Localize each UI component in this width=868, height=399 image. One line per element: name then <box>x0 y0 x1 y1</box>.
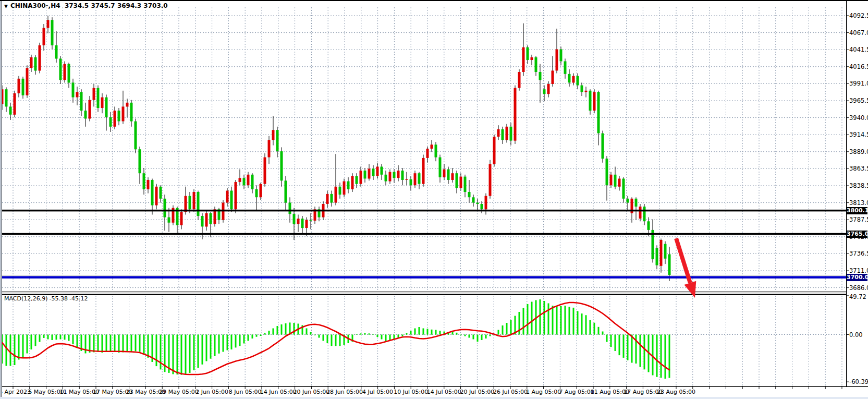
price-axis-label: 4067.0 <box>849 29 868 37</box>
time-axis-label: 14 Jun 05:00 <box>260 389 297 395</box>
time-axis-label: 26 Jul 05:00 <box>493 389 528 395</box>
macd-axis-label: 0.00 <box>849 331 863 338</box>
macd-signal-value: -45.12 <box>69 295 88 302</box>
horizontal-line-3700.0[interactable] <box>2 276 846 279</box>
time-axis-label: 20 Jul 05:00 <box>460 389 494 395</box>
window-bottom-edge <box>0 397 868 399</box>
time-axis-label: 8 Jun 05:00 <box>229 389 262 395</box>
symbol-period-label: CHINA300-,H4 <box>10 2 60 9</box>
price-axis-label: 3838.5 <box>849 182 868 189</box>
price-axis-label: 3991.0 <box>849 80 868 87</box>
horizontal-line-3800.1[interactable] <box>2 210 846 212</box>
price-axis-label: 3736.5 <box>849 250 868 257</box>
candlestick-series <box>1 16 671 281</box>
time-axis-label: 20 Jun 05:00 <box>293 389 329 395</box>
macd-indicator-label: MACD(12,26,9)-55.38-45.12 <box>4 295 89 302</box>
price-axis-label: 3686.0 <box>849 284 868 292</box>
time-axis-label: 5 May 05:00 <box>28 389 64 395</box>
vertical-gridlines <box>13 7 842 385</box>
time-axis-label: 23 Aug 05:00 <box>657 389 695 395</box>
price-line-badge-3700.0: 3700.0 <box>847 274 867 281</box>
macd-axis-label: -60.39 <box>849 378 868 385</box>
time-axis-label: 29 May 05:00 <box>159 389 198 395</box>
time-axis-label: 4 Jul 05:00 <box>362 389 393 395</box>
time-axis-label: 2 Jun 05:00 <box>195 389 228 395</box>
chart-canvas[interactable] <box>0 0 868 399</box>
price-axis-label: 3863.5 <box>849 165 868 172</box>
price-axis-label: 4016.5 <box>849 63 868 70</box>
time-axis-label: 1 Aug 05:00 <box>526 389 561 395</box>
price-axis-label: 3813.0 <box>849 199 868 207</box>
price-axis-label: 4041.5 <box>849 46 868 53</box>
price-line-badge-3765.0: 3765.0 <box>847 231 867 238</box>
macd-main-value: -55.38 <box>50 295 68 302</box>
macd-histogram <box>2 299 670 379</box>
time-axis-label: 28 Jun 05:00 <box>326 389 363 395</box>
price-axis-label: 3787.5 <box>849 216 868 223</box>
time-axis-label: 10 Jul 05:00 <box>394 389 428 395</box>
price-line-badge-3800.1: 3800.1 <box>847 207 867 214</box>
window-left-edge <box>0 0 2 399</box>
horizontal-line-3765.0[interactable] <box>2 233 846 235</box>
trend-arrow-annotation[interactable] <box>676 238 696 298</box>
window-top-edge <box>0 0 868 1</box>
ohlc-values: 3734.5 3745.7 3694.3 3703.0 <box>65 2 168 9</box>
price-axis-label: 3940.0 <box>849 114 868 122</box>
price-axis-label: 3889.0 <box>849 148 868 155</box>
chart-title: ▼CHINA300-,H4 3734.5 3745.7 3694.3 3703.… <box>4 2 168 9</box>
pane-borders <box>0 1 868 387</box>
macd-axis-label: 49.72 <box>849 293 866 300</box>
price-axis-label: 4092.5 <box>849 12 868 19</box>
price-axis-label: 3965.5 <box>849 97 868 104</box>
time-axis-label: 7 Aug 05:00 <box>559 389 594 395</box>
symbol-dropdown-icon[interactable]: ▼ <box>4 4 8 9</box>
price-axis-label: 3914.5 <box>849 131 868 138</box>
macd-name: MACD(12,26,9) <box>4 295 48 302</box>
time-axis-label: 14 Jul 05:00 <box>427 389 461 395</box>
time-axis-label: 26 Apr 2023 <box>0 389 31 395</box>
trading-chart-window: ▼CHINA300-,H4 3734.5 3745.7 3694.3 3703.… <box>0 0 868 399</box>
